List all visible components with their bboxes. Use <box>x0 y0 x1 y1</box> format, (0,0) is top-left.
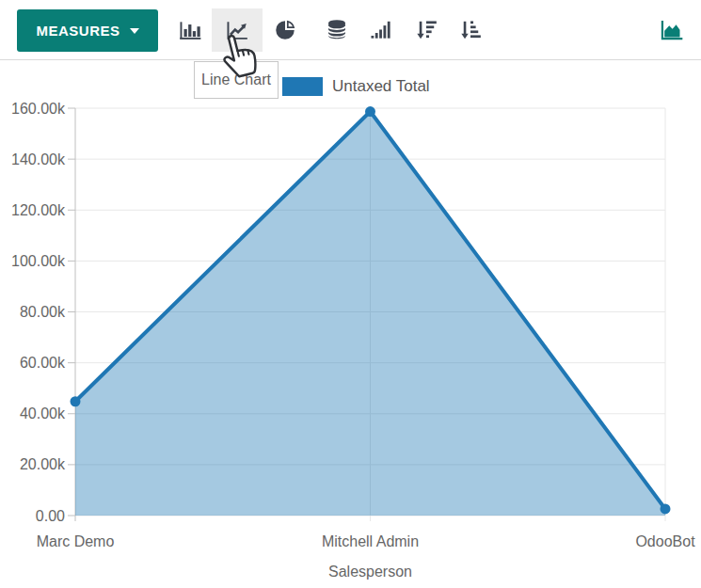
svg-text:20.00k: 20.00k <box>20 456 66 472</box>
sort-amount-desc-icon <box>414 18 438 42</box>
svg-text:60.00k: 60.00k <box>20 355 66 371</box>
svg-text:80.00k: 80.00k <box>20 304 66 320</box>
stacked-database-button[interactable] <box>316 8 358 52</box>
graph-view: 0.0020.00k40.00k60.00k80.00k100.00k120.0… <box>0 0 701 588</box>
sort-ascending-button[interactable] <box>450 8 491 52</box>
legend[interactable]: Untaxed Total <box>282 77 430 96</box>
svg-text:140.00k: 140.00k <box>11 151 66 167</box>
svg-text:40.00k: 40.00k <box>20 405 66 421</box>
sort-descending-button[interactable] <box>406 8 447 52</box>
database-icon <box>325 18 349 42</box>
sort-amount-asc-icon <box>458 18 483 42</box>
graph-toolbar: MEASURES <box>0 0 701 60</box>
signal-bars-icon <box>368 18 392 42</box>
area-chart-view-button[interactable] <box>652 10 690 48</box>
svg-text:Salesperson: Salesperson <box>328 564 412 580</box>
area-chart-icon <box>659 17 684 42</box>
bar-chart-icon <box>178 18 202 42</box>
svg-text:0.00: 0.00 <box>36 508 65 524</box>
svg-text:OdooBot: OdooBot <box>635 533 695 549</box>
cumulative-button[interactable] <box>359 8 401 52</box>
svg-text:Mitchell Admin: Mitchell Admin <box>322 533 419 549</box>
svg-text:160.00k: 160.00k <box>11 101 66 117</box>
caret-down-icon <box>130 28 139 34</box>
measures-button[interactable]: MEASURES <box>17 9 158 52</box>
pie-chart-button[interactable] <box>264 8 306 52</box>
svg-text:120.00k: 120.00k <box>11 202 66 218</box>
bar-chart-button[interactable] <box>169 8 211 52</box>
svg-text:Marc Demo: Marc Demo <box>37 533 115 549</box>
svg-text:100.00k: 100.00k <box>11 253 66 269</box>
legend-swatch <box>282 77 323 96</box>
legend-label: Untaxed Total <box>332 77 430 96</box>
pie-chart-icon <box>273 18 297 42</box>
measures-label: MEASURES <box>36 23 119 39</box>
